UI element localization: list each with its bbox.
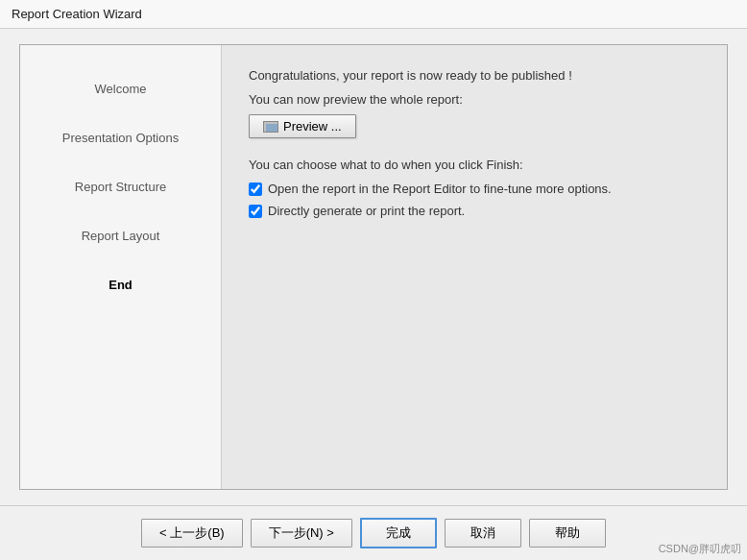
cancel-button[interactable]: 取消 bbox=[445, 519, 521, 548]
checkbox-open-editor-label: Open the report in the Report Editor to … bbox=[268, 182, 612, 196]
watermark: CSDN@胖叨虎叨 bbox=[659, 542, 741, 556]
help-button[interactable]: 帮助 bbox=[529, 519, 606, 548]
next-button[interactable]: 下一步(N) > bbox=[251, 519, 352, 548]
checkbox-direct-generate[interactable] bbox=[249, 205, 262, 218]
nav-item-report-structure: Report Structure bbox=[20, 162, 221, 211]
main-area: Welcome Presentation Options Report Stru… bbox=[19, 44, 728, 490]
congrats-text: Congratulations, your report is now read… bbox=[249, 68, 700, 83]
dialog-wrapper: Report Creation Wizard Welcome Presentat… bbox=[0, 0, 747, 560]
right-content-panel: Congratulations, your report is now read… bbox=[222, 45, 727, 489]
back-button[interactable]: < 上一步(B) bbox=[141, 519, 243, 548]
preview-section: You can now preview the whole report: Pr… bbox=[249, 92, 700, 138]
checkbox-row-direct-generate: Directly generate or print the report. bbox=[249, 204, 700, 218]
title-bar: Report Creation Wizard bbox=[0, 0, 747, 29]
checkbox-open-editor[interactable] bbox=[249, 183, 262, 196]
dialog-content: Welcome Presentation Options Report Stru… bbox=[0, 29, 747, 505]
finish-options: You can choose what to do when you click… bbox=[249, 158, 700, 218]
preview-icon bbox=[263, 121, 278, 133]
nav-item-presentation-options: Presentation Options bbox=[20, 113, 221, 162]
preview-label: You can now preview the whole report: bbox=[249, 92, 700, 107]
preview-button[interactable]: Preview ... bbox=[249, 114, 356, 138]
finish-button[interactable]: 完成 bbox=[360, 518, 437, 548]
bottom-button-bar: < 上一步(B) 下一步(N) > 完成 取消 帮助 bbox=[0, 505, 747, 560]
nav-item-end: End bbox=[20, 260, 221, 309]
nav-item-report-layout: Report Layout bbox=[20, 211, 221, 260]
checkbox-row-open-editor: Open the report in the Report Editor to … bbox=[249, 182, 700, 196]
left-nav-panel: Welcome Presentation Options Report Stru… bbox=[20, 45, 222, 489]
nav-item-welcome: Welcome bbox=[20, 64, 221, 113]
finish-options-label: You can choose what to do when you click… bbox=[249, 158, 700, 172]
dialog-title: Report Creation Wizard bbox=[12, 7, 142, 21]
checkbox-direct-generate-label: Directly generate or print the report. bbox=[268, 204, 465, 218]
